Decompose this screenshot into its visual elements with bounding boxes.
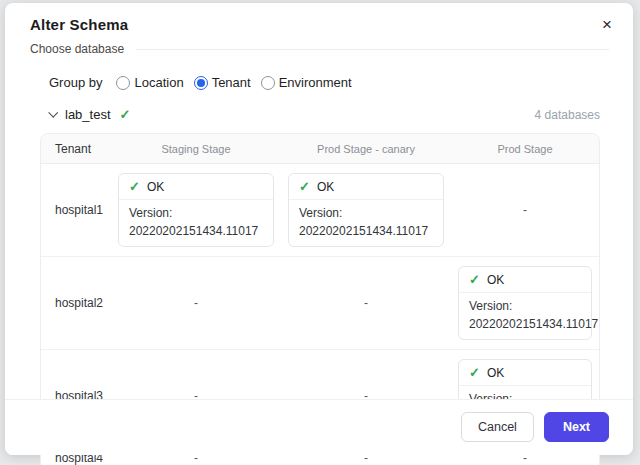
dialog-title: Alter Schema: [30, 16, 609, 33]
version-value: 20220202151434.11017: [469, 315, 581, 333]
version-label: Version:: [129, 204, 263, 222]
status-card: ✓ OK Version: 20220202151434.11017: [288, 173, 444, 247]
radio-environment-label: Environment: [279, 75, 352, 90]
check-icon: ✓: [469, 365, 480, 380]
empty-cell-dash: -: [194, 296, 198, 310]
next-button[interactable]: Next: [544, 412, 609, 443]
column-header-prod-canary: Prod Stage - canary: [281, 143, 451, 155]
tenant-name: hospital1: [41, 203, 111, 217]
chevron-down-icon[interactable]: [48, 107, 58, 117]
database-count: 4 databases: [535, 108, 600, 122]
radio-option-tenant[interactable]: Tenant: [194, 75, 251, 90]
check-icon: ✓: [299, 179, 310, 194]
radio-option-location[interactable]: Location: [116, 75, 183, 90]
radio-tenant-icon[interactable]: [194, 76, 208, 90]
check-icon: ✓: [120, 107, 131, 122]
status-label: OK: [317, 180, 334, 194]
status-card: ✓ OK Version: 20220202151434.11017: [458, 266, 592, 340]
status-label: OK: [487, 273, 504, 287]
cancel-button[interactable]: Cancel: [461, 412, 534, 443]
version-value: 20220202151434.11017: [129, 222, 263, 240]
group-by-label: Group by: [49, 75, 102, 90]
column-header-tenant: Tenant: [41, 142, 111, 156]
version-value: 20220202151434.11017: [299, 222, 433, 240]
dialog-footer: Cancel Next: [5, 399, 633, 456]
alter-schema-dialog: Alter Schema × Choose database Group by …: [5, 3, 633, 455]
column-header-prod: Prod Stage: [451, 143, 599, 155]
empty-cell-dash: -: [523, 203, 527, 217]
column-header-staging: Staging Stage: [111, 143, 281, 155]
subtitle-divider: [136, 49, 609, 50]
version-label: Version:: [469, 297, 581, 315]
radio-tenant-label: Tenant: [212, 75, 251, 90]
dialog-subtitle: Choose database: [30, 42, 124, 56]
check-icon: ✓: [469, 272, 480, 287]
status-label: OK: [147, 180, 164, 194]
close-icon[interactable]: ×: [597, 13, 617, 36]
radio-location-label: Location: [134, 75, 183, 90]
database-group-row: lab_test ✓ 4 databases: [49, 107, 600, 122]
table-row: hospital2 - - ✓ OK Version: 202202021514…: [41, 256, 599, 349]
status-label: OK: [487, 366, 504, 380]
tenant-name: hospital2: [41, 296, 111, 310]
check-icon: ✓: [129, 179, 140, 194]
radio-location-icon[interactable]: [116, 76, 130, 90]
radio-option-environment[interactable]: Environment: [261, 75, 352, 90]
radio-environment-icon[interactable]: [261, 76, 275, 90]
status-card: ✓ OK Version: 20220202151434.11017: [118, 173, 274, 247]
dialog-header: Alter Schema × Choose database: [5, 3, 633, 56]
database-group-name: lab_test: [65, 107, 111, 122]
empty-cell-dash: -: [364, 296, 368, 310]
table-row: hospital1 ✓ OK Version: 20220202151434.1…: [41, 164, 599, 256]
table-header-row: Tenant Staging Stage Prod Stage - canary…: [41, 134, 599, 164]
version-label: Version:: [299, 204, 433, 222]
group-by-section: Group by Location Tenant Environment: [49, 75, 633, 90]
